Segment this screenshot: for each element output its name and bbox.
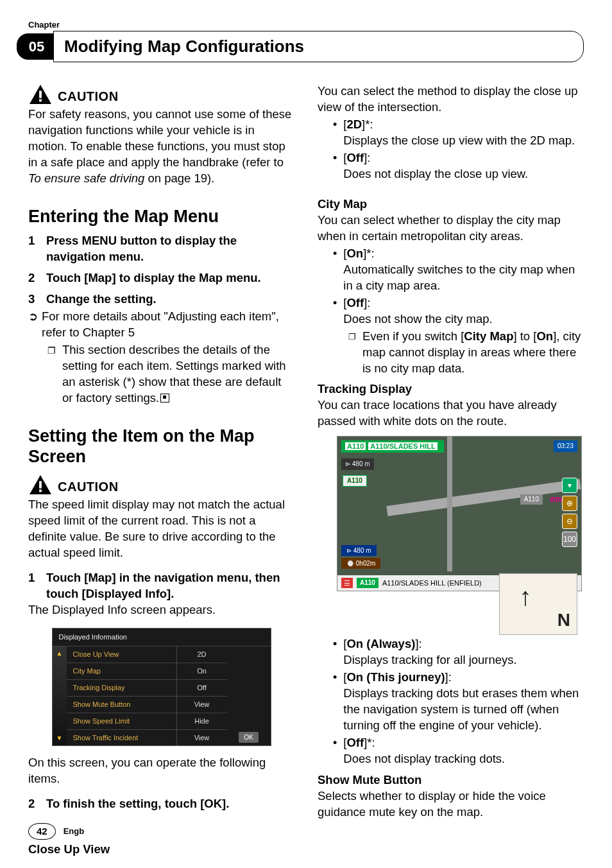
ui-row-value: View	[176, 697, 227, 713]
city-map-heading: City Map	[318, 196, 584, 213]
step-body: Touch [Map] to display the Map menu.	[46, 270, 261, 286]
option-desc: Does not display tracking dots.	[343, 752, 505, 765]
step-4: 1 Touch [Map] in the navigation menu, th…	[28, 570, 294, 602]
ui-scroll-up-down: ▲▼	[53, 647, 67, 745]
city-map-options: • [On]*: Automatically switches to the c…	[318, 246, 584, 327]
map-arrow-inset: ↑ N	[499, 573, 577, 635]
end-marker-icon	[160, 394, 169, 403]
caution-body: For safety reasons, you cannot use some …	[28, 107, 294, 187]
ui-row-value: View	[176, 730, 227, 746]
svg-rect-2	[39, 481, 42, 488]
step-num: 1	[28, 233, 37, 265]
caution-label: CAUTION	[58, 478, 119, 496]
option-label: Off	[346, 296, 364, 309]
option-off: • [Off]: Does not display the close up v…	[333, 150, 584, 182]
note-icon: ❐	[348, 331, 356, 377]
ui-row-value: 2D	[176, 647, 227, 663]
ui-row-value: Off	[176, 680, 227, 696]
caution-heading: CAUTION	[28, 83, 294, 105]
bullet-icon: •	[333, 150, 337, 182]
step-body: Press MENU button to display the navigat…	[46, 233, 294, 265]
option-on: • [On]*: Automatically switches to the c…	[333, 246, 584, 294]
after-ui-text: On this screen, you can operate the foll…	[28, 755, 294, 787]
bullet-icon: •	[333, 636, 337, 668]
ui-ok-wrap: OK	[227, 647, 271, 745]
ui-row: Close Up View2D	[67, 647, 227, 663]
map-flag-icon: ▾	[562, 478, 577, 493]
map-mode-icon: ☰	[341, 578, 353, 589]
map-screenshot-container: A110A110/SLADES HILL 03:23 ⊳ 480 m A110 …	[318, 436, 584, 635]
ui-row-label: Show Mute Button	[67, 697, 176, 713]
option-suffix: ]*:	[363, 247, 374, 260]
ui-row-label: City Map	[67, 663, 176, 679]
option-desc: Displays tracking dots but erases them w…	[343, 686, 579, 732]
left-column: CAUTION For safety reasons, you cannot u…	[28, 83, 294, 858]
caution-text-a: For safety reasons, you cannot use some …	[28, 107, 291, 169]
ui-title: Displayed Information	[53, 629, 271, 647]
note-text: Even if you switch [City Map] to [On], c…	[362, 329, 584, 377]
tracking-intro: You can trace locations that you have al…	[318, 397, 584, 430]
option-suffix: ]*:	[364, 736, 375, 749]
right-column: You can select the method to display the…	[318, 83, 584, 858]
caution-heading-2: CAUTION	[28, 474, 294, 496]
map-road-text: A110/SLADES HILL (ENFIELD)	[382, 578, 482, 588]
lang-label: Engb	[64, 826, 85, 837]
ui-row-label: Close Up View	[67, 647, 176, 663]
option-desc: Displays tracking for all journeys.	[343, 653, 516, 666]
ui-row-label: Show Traffic Incident	[67, 730, 176, 746]
direction-arrow-icon: ↑	[519, 579, 532, 614]
step-body: Change the setting.	[46, 291, 157, 308]
option-suffix: ]:	[415, 637, 421, 650]
ui-row: Show Speed LimitHide	[67, 713, 227, 729]
step-body: To finish the setting, touch [OK].	[46, 796, 229, 812]
caution-icon	[28, 474, 53, 496]
svg-rect-1	[39, 100, 42, 102]
see-also-text: For more details about "Adjusting each i…	[42, 309, 294, 341]
ui-row-value: Hide	[176, 713, 227, 729]
option-suffix: ]:	[445, 670, 452, 684]
caution-icon	[28, 83, 53, 105]
step-num: 3	[28, 291, 37, 308]
note-item: ❐ This section describes the details of …	[47, 342, 294, 406]
option-on-journey: • [On (This journey)]: Displays tracking…	[333, 670, 584, 734]
option-label: On (This journey)	[346, 670, 445, 684]
chapter-label: Chapter	[28, 19, 60, 31]
svg-rect-0	[39, 91, 42, 98]
bullet-icon: •	[333, 117, 337, 149]
step-4-result: The Displayed Info screen appears.	[28, 602, 294, 618]
ui-row-label: Show Speed Limit	[67, 713, 176, 729]
chapter-number: 05	[17, 33, 54, 60]
ui-ok-button: OK	[239, 732, 258, 743]
svg-rect-3	[39, 489, 42, 492]
map-zoom-out-icon: ⊖	[562, 514, 577, 529]
map-screenshot: A110A110/SLADES HILL 03:23 ⊳ 480 m A110 …	[337, 436, 582, 591]
map-scale-info: ⊳ 480 m	[341, 458, 374, 470]
north-label: N	[557, 608, 570, 632]
ui-row-value: On	[176, 663, 227, 679]
ui-rows: Close Up View2D City MapOn Tracking Disp…	[67, 647, 227, 745]
ui-row: Show Mute ButtonView	[67, 696, 227, 713]
option-desc: Displays the close up view with the 2D m…	[343, 134, 575, 147]
bullet-icon: •	[333, 670, 337, 734]
chapter-title-wrap: Modifying Map Configurations	[53, 31, 584, 62]
option-off: • [Off]*: Does not display tracking dots…	[333, 735, 584, 767]
step-num: 2	[28, 796, 37, 812]
option-off: • [Off]: Does not show the city map.	[333, 295, 584, 327]
step-num: 1	[28, 570, 37, 602]
option-suffix: ]:	[364, 151, 370, 164]
mute-heading: Show Mute Button	[318, 772, 584, 788]
bullet-icon: •	[333, 246, 337, 294]
tracking-heading: Tracking Display	[318, 381, 584, 397]
heading-entering-map-menu: Entering the Map Menu	[28, 206, 294, 227]
option-label: On (Always)	[346, 637, 415, 650]
step-3: 3 Change the setting.	[28, 291, 294, 308]
ui-row: City MapOn	[67, 663, 227, 679]
ui-row-label: Tracking Display	[67, 680, 176, 696]
map-road-name: A110	[520, 494, 543, 505]
page-footer: 42 Engb	[28, 823, 84, 840]
chapter-title: Modifying Map Configurations	[64, 37, 304, 56]
map-dest-label: A110A110/SLADES HILL	[341, 440, 444, 453]
option-suffix: ]:	[364, 296, 370, 309]
heading-setting-item: Setting the Item on the Map Screen	[28, 426, 294, 467]
map-road-icon	[447, 437, 452, 571]
